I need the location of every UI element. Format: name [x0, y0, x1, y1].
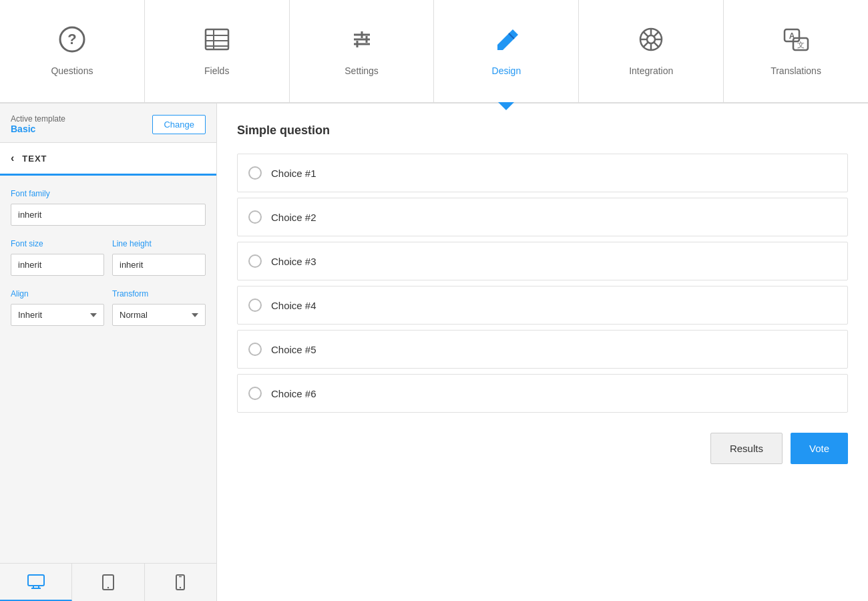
- translations-icon: A 文: [783, 26, 809, 59]
- tab-fields[interactable]: Fields: [145, 0, 290, 102]
- section-title: TEXT: [22, 154, 47, 164]
- form-area: Font family Font size Line height Align …: [0, 176, 216, 563]
- choice-label-1: Choice #1: [271, 168, 316, 179]
- back-arrow-icon[interactable]: ‹: [11, 152, 14, 164]
- active-template-info: Active template Basic: [11, 114, 65, 134]
- choice-radio-1: [248, 166, 262, 180]
- choice-label-3: Choice #3: [271, 256, 316, 267]
- mobile-device-btn[interactable]: [145, 564, 216, 601]
- svg-point-34: [107, 587, 109, 588]
- tab-integration-label: Integration: [629, 65, 673, 76]
- font-size-group: Font size: [11, 239, 104, 276]
- choice-radio-2: [248, 210, 262, 224]
- choice-item-5[interactable]: Choice #5: [237, 330, 848, 369]
- active-template-name: Basic: [11, 124, 65, 134]
- desktop-device-btn[interactable]: [0, 564, 72, 601]
- align-select[interactable]: Inherit Left Center Right: [11, 304, 104, 326]
- choice-label-6: Choice #6: [271, 388, 316, 399]
- choice-label-5: Choice #5: [271, 344, 316, 355]
- tab-fields-label: Fields: [204, 65, 229, 76]
- action-bar: Results Vote: [237, 433, 848, 464]
- transform-group: Transform Normal Uppercase Lowercase Cap…: [112, 289, 206, 326]
- section-header: ‹ TEXT: [0, 143, 216, 176]
- transform-select[interactable]: Normal Uppercase Lowercase Capitalize: [112, 304, 206, 326]
- design-icon: [493, 26, 519, 59]
- device-bar: [0, 563, 216, 601]
- line-height-group: Line height: [112, 239, 206, 276]
- tab-settings[interactable]: Settings: [290, 0, 435, 102]
- active-template-label: Active template: [11, 114, 65, 124]
- change-button[interactable]: Change: [152, 115, 206, 134]
- svg-rect-29: [28, 575, 44, 586]
- choice-item-3[interactable]: Choice #3: [237, 242, 848, 280]
- svg-line-22: [654, 42, 658, 47]
- main-area: Active template Basic Change ‹ TEXT Font…: [0, 104, 868, 601]
- choice-radio-5: [248, 343, 262, 356]
- sidebar: Active template Basic Change ‹ TEXT Font…: [0, 104, 217, 601]
- choice-radio-3: [248, 254, 262, 268]
- vote-button[interactable]: Vote: [791, 433, 848, 464]
- tablet-device-btn[interactable]: [72, 564, 144, 601]
- top-nav: ? Questions Fields: [0, 0, 868, 104]
- settings-icon: [349, 26, 375, 59]
- svg-line-23: [654, 32, 658, 37]
- tab-integration[interactable]: Integration: [579, 0, 724, 102]
- tab-translations[interactable]: A 文 Translations: [724, 0, 868, 102]
- size-height-row: Font size Line height: [11, 239, 206, 276]
- content-area: Simple question Choice #1 Choice #2 Choi…: [217, 104, 868, 601]
- align-group: Align Inherit Left Center Right: [11, 289, 104, 326]
- svg-text:文: 文: [797, 41, 805, 49]
- transform-label: Transform: [112, 289, 206, 298]
- choice-radio-4: [248, 298, 262, 312]
- font-size-label: Font size: [11, 239, 104, 248]
- align-transform-row: Align Inherit Left Center Right Transfor…: [11, 289, 206, 326]
- tab-design[interactable]: Design: [434, 0, 579, 102]
- choices-list: Choice #1 Choice #2 Choice #3 Choice #4 …: [237, 154, 848, 413]
- choice-item-6[interactable]: Choice #6: [237, 374, 848, 413]
- choice-label-2: Choice #2: [271, 212, 316, 223]
- question-title: Simple question: [237, 124, 848, 138]
- tab-design-label: Design: [492, 65, 521, 76]
- fields-icon: [204, 26, 230, 59]
- font-size-input[interactable]: [11, 254, 104, 276]
- results-button[interactable]: Results: [710, 433, 783, 464]
- align-label: Align: [11, 289, 104, 298]
- choice-radio-6: [248, 387, 262, 400]
- tab-translations-label: Translations: [771, 65, 821, 76]
- sidebar-header: Active template Basic Change: [0, 104, 216, 143]
- font-family-input[interactable]: [11, 204, 206, 226]
- tab-questions[interactable]: ? Questions: [0, 0, 145, 102]
- svg-line-24: [644, 42, 648, 47]
- svg-point-36: [180, 587, 181, 588]
- integration-icon: [638, 26, 664, 59]
- font-family-group: Font family: [11, 189, 206, 226]
- font-family-label: Font family: [11, 189, 206, 198]
- choice-item-4[interactable]: Choice #4: [237, 286, 848, 325]
- choice-item-1[interactable]: Choice #1: [237, 154, 848, 192]
- choice-label-4: Choice #4: [271, 300, 316, 311]
- line-height-label: Line height: [112, 239, 206, 248]
- svg-marker-13: [497, 29, 518, 50]
- svg-text:?: ?: [67, 31, 76, 47]
- tab-settings-label: Settings: [345, 65, 379, 76]
- questions-icon: ?: [59, 26, 85, 59]
- tab-questions-label: Questions: [51, 65, 93, 76]
- svg-line-21: [644, 32, 648, 37]
- choice-item-2[interactable]: Choice #2: [237, 198, 848, 236]
- line-height-input[interactable]: [112, 254, 206, 276]
